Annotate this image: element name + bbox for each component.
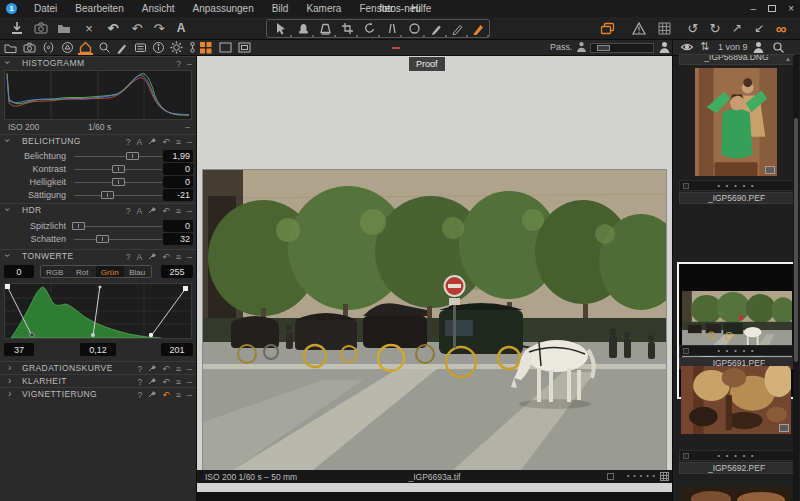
search-icon[interactable] xyxy=(772,41,787,55)
preset-menu-icon[interactable]: ≡ xyxy=(176,390,181,400)
rating-dots[interactable]: • • • • • xyxy=(680,182,793,189)
undo-all-icon[interactable]: ↶ xyxy=(104,19,122,37)
tab-lens-icon[interactable] xyxy=(42,41,57,55)
erase-mask-icon[interactable] xyxy=(451,22,466,37)
thumbnail-igp5692[interactable] xyxy=(681,366,791,434)
thumbnail-igp5690[interactable] xyxy=(695,68,777,176)
section-header-gradationskurve[interactable]: › GRADATIONSKURVE ? ↶ ≡ – xyxy=(0,361,196,374)
app-logo-icon[interactable]: 1 xyxy=(6,3,17,14)
section-header-belichtung[interactable]: › BELICHTUNG ? A ↶ ≡ – xyxy=(0,134,196,147)
slider-handle[interactable] xyxy=(112,178,125,186)
rotate-tool-icon[interactable] xyxy=(363,22,378,37)
help-icon[interactable]: ? xyxy=(137,377,142,387)
menu-bild[interactable]: Bild xyxy=(263,0,298,17)
picker-icon[interactable] xyxy=(148,377,156,387)
levels-input-low[interactable]: 0 xyxy=(4,265,34,278)
tab-capture-icon[interactable] xyxy=(23,41,38,55)
belichtung-slider[interactable] xyxy=(74,156,162,157)
minimize-button[interactable]: – xyxy=(751,3,757,14)
chevron-down-icon[interactable]: › xyxy=(2,61,13,64)
import-arrow-icon[interactable]: ↙ xyxy=(750,19,768,37)
chevron-down-icon[interactable]: › xyxy=(2,254,13,257)
undo-icon[interactable]: ↶ xyxy=(128,19,146,37)
helligkeit-slider[interactable] xyxy=(74,182,162,183)
picker-icon[interactable] xyxy=(148,252,156,262)
spitzlicht-slider[interactable] xyxy=(74,226,162,227)
menu-kamera[interactable]: Kamera xyxy=(297,0,350,17)
user-filter-icon[interactable] xyxy=(752,41,767,55)
slider-handle[interactable] xyxy=(72,222,85,230)
delete-icon[interactable]: × xyxy=(80,19,98,37)
slider-value[interactable]: 1,99 xyxy=(163,150,193,162)
picker-icon[interactable] xyxy=(148,137,156,147)
sort-icon[interactable]: ⇅ xyxy=(700,40,709,53)
slider-value[interactable]: 0 xyxy=(163,163,193,175)
help-icon[interactable]: ? xyxy=(176,59,181,69)
slider-handle[interactable] xyxy=(96,235,109,243)
channel-gruen[interactable]: Grün xyxy=(96,266,124,277)
chevron-down-icon[interactable]: › xyxy=(2,139,13,142)
levels-input-high[interactable]: 255 xyxy=(161,265,193,278)
help-icon[interactable]: ? xyxy=(126,252,131,262)
filmstrip-name[interactable]: _IGP5690.PEF xyxy=(679,192,794,204)
slider-handle[interactable] xyxy=(101,191,114,199)
help-icon[interactable]: ? xyxy=(137,364,142,374)
reset-icon[interactable]: ↶ xyxy=(162,206,170,216)
auto-adjust-icon[interactable]: A xyxy=(137,206,143,216)
section-header-vignettierung[interactable]: › VIGNETTIERUNG ? ↶ ≡ – xyxy=(0,387,196,400)
collapse-icon[interactable]: – xyxy=(187,390,192,400)
close-button[interactable]: × xyxy=(788,3,794,14)
rating-dots[interactable]: • • • • • xyxy=(680,452,793,459)
tab-settings-gear-icon[interactable] xyxy=(170,41,185,55)
menu-bearbeiten[interactable]: Bearbeiten xyxy=(66,0,132,17)
slider-handle[interactable] xyxy=(112,165,125,173)
redo-icon[interactable]: ↷ xyxy=(150,19,168,37)
preset-menu-icon[interactable]: ≡ xyxy=(176,252,181,262)
menu-datei[interactable]: Datei xyxy=(25,0,66,17)
preset-menu-icon[interactable]: ≡ xyxy=(176,377,181,387)
rating-bar[interactable]: • • • • • xyxy=(679,450,794,461)
preset-menu-icon[interactable]: ≡ xyxy=(176,206,181,216)
levels-graph[interactable] xyxy=(4,283,192,339)
help-icon[interactable]: ? xyxy=(137,390,142,400)
export-arrow-icon[interactable]: ↗ xyxy=(728,19,746,37)
levels-gamma[interactable]: 0,12 xyxy=(80,343,116,356)
filmstrip-name[interactable]: _IGP5692.PEF xyxy=(679,462,794,474)
text-tool-icon[interactable]: A xyxy=(172,19,190,37)
picker-icon[interactable] xyxy=(148,206,156,216)
slider-value[interactable]: 0 xyxy=(163,220,193,232)
chevron-right-icon[interactable]: › xyxy=(8,388,11,399)
preset-menu-icon[interactable]: ≡ xyxy=(176,364,181,374)
pan-hand-icon[interactable] xyxy=(297,22,312,37)
person-large-icon[interactable] xyxy=(658,41,673,55)
collapse-icon[interactable]: – xyxy=(187,377,192,387)
layers-icon[interactable] xyxy=(598,19,616,37)
section-header-tonwerte[interactable]: › TONWERTE ? A ↶ ≡ – xyxy=(0,249,196,262)
collapse-icon[interactable]: – xyxy=(187,137,192,147)
help-icon[interactable]: ? xyxy=(126,137,131,147)
main-photo[interactable] xyxy=(203,170,666,470)
image-viewer[interactable]: Proof xyxy=(197,56,672,470)
crop-tool-icon[interactable] xyxy=(341,22,356,37)
capture-camera-icon[interactable] xyxy=(32,19,50,37)
tab-color-icon[interactable] xyxy=(61,41,76,55)
schatten-slider[interactable] xyxy=(74,239,162,240)
status-grid-icon[interactable] xyxy=(660,472,669,483)
scrollbar-thumb[interactable] xyxy=(794,118,798,362)
kontrast-slider[interactable] xyxy=(74,169,162,170)
filmstrip-scrollbar[interactable] xyxy=(793,56,799,501)
select-cursor-icon[interactable] xyxy=(275,22,290,37)
chevron-right-icon[interactable]: › xyxy=(8,362,11,373)
picker-icon[interactable] xyxy=(148,390,156,400)
reset-active-icon[interactable]: ↶ xyxy=(162,390,170,400)
tab-info-icon[interactable] xyxy=(152,41,167,55)
folder-export-icon[interactable] xyxy=(55,19,73,37)
zoom-slider[interactable] xyxy=(590,43,654,53)
draw-mask-icon[interactable] xyxy=(430,22,445,37)
import-icon[interactable] xyxy=(8,19,26,37)
status-checkbox[interactable] xyxy=(607,473,614,480)
channel-rot[interactable]: Rot xyxy=(69,266,97,277)
rotate-cw-icon[interactable]: ↻ xyxy=(706,19,724,37)
focus-grid-icon[interactable] xyxy=(655,19,673,37)
proof-view-icon[interactable] xyxy=(238,41,253,55)
